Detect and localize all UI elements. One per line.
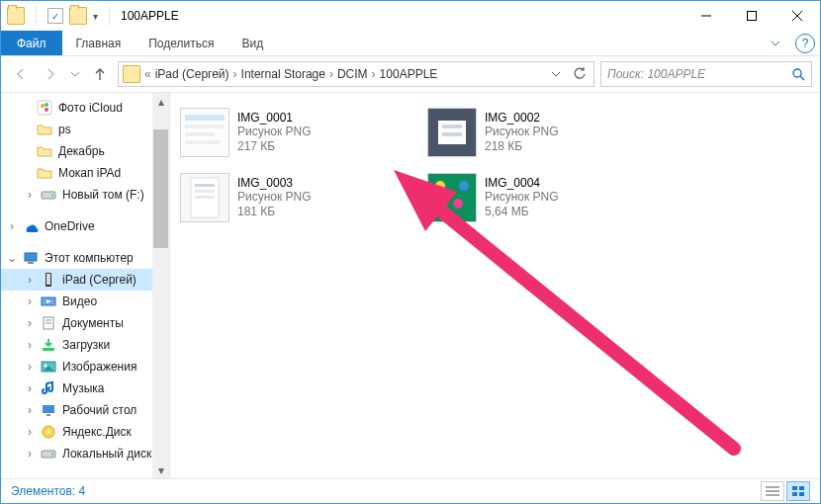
navpane-item-label: Фото iCloud	[58, 101, 123, 115]
breadcrumb[interactable]: 100APPLE	[380, 67, 438, 81]
desktop-icon	[41, 402, 56, 418]
expand-icon[interactable]: ›	[7, 221, 17, 231]
images-icon	[41, 359, 56, 375]
svg-rect-45	[195, 196, 215, 199]
navpane-item[interactable]: ⌄Этот компьютер	[1, 247, 169, 269]
search-input[interactable]: Поиск: 100APPLE	[600, 61, 812, 87]
expand-icon[interactable]: ›	[25, 405, 35, 415]
navpane-item-label: Мокап iPAd	[58, 166, 121, 180]
expand-icon[interactable]: ›	[25, 340, 35, 350]
nav-up-button[interactable]	[88, 62, 112, 86]
status-item-count: Элементов: 4	[11, 484, 85, 498]
navpane-item-label: Музыка	[62, 381, 104, 395]
file-item[interactable]: IMG_0004 Рисунок PNG 5,64 МБ	[427, 170, 669, 225]
address-history-button[interactable]	[546, 64, 566, 84]
navpane-scrollbar[interactable]: ▴ ▾	[152, 93, 169, 478]
breadcrumb[interactable]: iPad (Сергей)›	[155, 67, 237, 81]
navpane-item[interactable]: ›Видео	[1, 291, 169, 312]
onedrive-icon	[23, 218, 39, 234]
navpane-item[interactable]: ›Новый том (F:)	[1, 184, 169, 206]
nav-back-button[interactable]	[9, 62, 33, 86]
svg-point-10	[45, 103, 48, 107]
file-size: 181 КБ	[237, 205, 312, 219]
file-name: IMG_0004	[485, 176, 559, 190]
svg-rect-40	[442, 132, 462, 136]
file-type: Рисунок PNG	[237, 190, 312, 205]
ribbon-tab-view[interactable]: Вид	[228, 31, 277, 55]
expand-icon[interactable]: ›	[25, 427, 35, 437]
refresh-button[interactable]	[570, 64, 590, 84]
folder-star-icon	[37, 143, 52, 159]
downloads-icon	[41, 337, 56, 353]
navpane-item-label: Загрузки	[62, 338, 110, 352]
file-type: Рисунок PNG	[485, 125, 559, 139]
scroll-thumb[interactable]	[153, 129, 168, 248]
scroll-up-icon[interactable]: ▴	[152, 93, 169, 110]
expand-icon[interactable]: ›	[25, 449, 35, 459]
yadisk-icon	[41, 424, 56, 440]
expand-icon[interactable]: ›	[25, 383, 35, 393]
navpane-item-label: Изображения	[62, 360, 137, 374]
file-item[interactable]: IMG_0002 Рисунок PNG 218 КБ	[427, 105, 669, 160]
svg-line-51	[417, 192, 734, 449]
svg-rect-35	[185, 132, 215, 136]
navpane-item[interactable]: ›Документы	[1, 312, 169, 334]
ribbon-tab-share[interactable]: Поделиться	[135, 31, 228, 55]
ribbon-collapse-button[interactable]	[761, 31, 790, 55]
view-tiles-button[interactable]	[786, 481, 810, 501]
navpane-item[interactable]: ›Загрузки	[1, 334, 169, 356]
file-item[interactable]: IMG_0003 Рисунок PNG 181 КБ	[180, 170, 421, 225]
svg-point-24	[45, 365, 47, 368]
expand-icon[interactable]: ›	[25, 362, 35, 372]
view-details-button[interactable]	[761, 481, 784, 501]
ribbon-tab-file[interactable]: Файл	[1, 31, 62, 55]
navpane-item[interactable]: Фото iCloud	[1, 97, 169, 119]
navpane-item-label: Локальный диск (	[62, 447, 159, 461]
svg-rect-1	[748, 12, 757, 21]
expand-icon[interactable]: ›	[25, 296, 35, 306]
file-name: IMG_0002	[485, 111, 559, 125]
navpane-item[interactable]: ›Локальный диск (	[1, 443, 169, 464]
file-thumbnail	[180, 173, 229, 222]
navpane-item[interactable]: ›Яндекс.Диск	[1, 421, 169, 443]
navpane-item[interactable]: ›Музыка	[1, 378, 169, 399]
nav-recent-button[interactable]	[68, 62, 82, 86]
qat-check-icon[interactable]: ✓	[47, 8, 63, 24]
navpane-item-label: Яндекс.Диск	[62, 425, 132, 439]
expand-icon[interactable]: ›	[25, 190, 35, 200]
svg-line-6	[800, 76, 804, 80]
address-bar[interactable]: « iPad (Сергей)› Internal Storage› DCIM›…	[118, 61, 594, 87]
file-item[interactable]: IMG_0001 Рисунок PNG 217 КБ	[180, 105, 421, 160]
navpane-item[interactable]: ›Изображения	[1, 356, 169, 378]
navpane-item[interactable]: Мокап iPAd	[1, 162, 169, 184]
expand-icon[interactable]: ⌄	[7, 253, 17, 263]
qat-folder-icon[interactable]	[69, 7, 87, 25]
music-icon	[41, 380, 56, 396]
navpane-item[interactable]: ›Рабочий стол	[1, 399, 169, 421]
minimize-button[interactable]	[684, 1, 729, 31]
navpane-item-label: Видео	[62, 294, 97, 308]
ribbon-tab-home[interactable]: Главная	[62, 31, 136, 55]
breadcrumb[interactable]: DCIM›	[337, 67, 376, 81]
svg-point-12	[51, 195, 53, 197]
scroll-down-icon[interactable]: ▾	[152, 462, 169, 478]
navpane-item[interactable]: ›OneDrive	[1, 215, 169, 237]
navpane-item[interactable]: ps	[1, 119, 169, 140]
expand-icon[interactable]: ›	[25, 318, 35, 328]
qat-dropdown-icon[interactable]: ▾	[93, 11, 98, 22]
navpane-item[interactable]: ›iPad (Сергей)	[1, 269, 169, 291]
navpane-item[interactable]: Декабрь	[1, 140, 169, 162]
close-button[interactable]	[775, 1, 820, 31]
navpane-item-label: Документы	[62, 316, 124, 330]
svg-rect-13	[25, 253, 37, 261]
breadcrumb[interactable]: Internal Storage›	[241, 67, 333, 81]
file-thumbnail	[427, 173, 477, 222]
expand-icon[interactable]: ›	[25, 275, 35, 285]
nav-forward-button[interactable]	[39, 62, 62, 86]
svg-point-29	[46, 430, 50, 434]
navpane-item-label: Декабрь	[58, 144, 105, 158]
help-button[interactable]: ?	[790, 31, 820, 55]
maximize-button[interactable]	[729, 1, 775, 31]
svg-rect-14	[28, 262, 34, 264]
file-thumbnail	[427, 108, 477, 157]
